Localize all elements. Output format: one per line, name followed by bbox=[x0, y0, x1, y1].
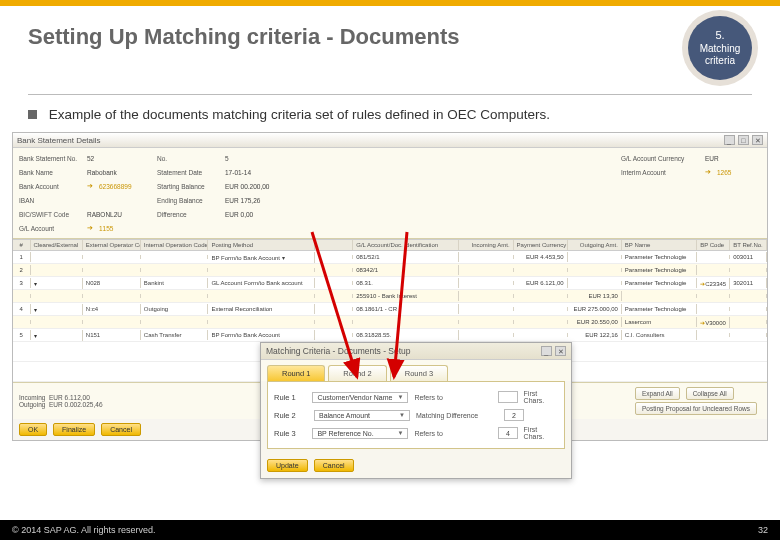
field-label: G/L Account Currency bbox=[621, 155, 701, 162]
rule-num-input[interactable]: 2 bbox=[504, 409, 524, 421]
field-label: IBAN bbox=[19, 197, 83, 204]
col-hdr[interactable]: Incoming Amt. bbox=[459, 240, 513, 250]
col-hdr[interactable]: Cleared/External bbox=[31, 240, 83, 250]
copyright: © 2014 SAP AG. All rights reserved. bbox=[12, 525, 156, 535]
grid-header: # Cleared/External External Operator Cod… bbox=[13, 240, 767, 251]
totals-label: Incoming bbox=[19, 394, 45, 401]
collapse-all-button[interactable]: Collapse All bbox=[686, 387, 734, 400]
field-label: BIC/SWIFT Code bbox=[19, 211, 83, 218]
field-value: EUR bbox=[705, 155, 749, 162]
field-value: 5 bbox=[225, 155, 269, 162]
tab-round2[interactable]: Round 2 bbox=[328, 365, 386, 381]
dialog-tabs: Round 1 Round 2 Round 3 bbox=[261, 360, 571, 381]
close-icon[interactable]: ✕ bbox=[752, 135, 763, 145]
finalize-button[interactable]: Finalize bbox=[53, 423, 95, 436]
table-row[interactable]: EUR 20.550,00Lasercom➔V30000 bbox=[13, 316, 767, 329]
rule-label: Rule 3 bbox=[274, 429, 306, 438]
page-number: 32 bbox=[758, 525, 768, 535]
col-hdr[interactable]: # bbox=[13, 240, 31, 250]
col-hdr[interactable]: BP Code bbox=[697, 240, 730, 250]
rule-field-select[interactable]: Balance Amount▼ bbox=[314, 410, 410, 421]
col-hdr[interactable]: Outgoing Amt. bbox=[568, 240, 622, 250]
rule-mid-label: Refers to bbox=[414, 394, 492, 401]
col-hdr[interactable]: Payment Currency bbox=[514, 240, 568, 250]
rule-num-input[interactable] bbox=[498, 391, 517, 403]
field-value[interactable]: 1265 bbox=[717, 169, 761, 176]
rule-row: Rule 3 BP Reference No.▼ Refers to 4 Fir… bbox=[274, 424, 558, 442]
posting-proposal-button[interactable]: Posting Proposal for Uncleared Rows bbox=[635, 402, 757, 415]
totals-value: EUR 6.112,00 bbox=[49, 394, 90, 401]
col-hdr[interactable]: G/L Account/Doc. Identification bbox=[353, 240, 459, 250]
field-value[interactable]: 1155 bbox=[99, 225, 143, 232]
table-row[interactable]: 5▾N151Cash TransferBP Form/to Bank Accou… bbox=[13, 329, 767, 342]
rule-row: Rule 2 Balance Amount▼ Matching Differen… bbox=[274, 406, 558, 424]
rule-num-input[interactable]: 4 bbox=[498, 427, 517, 439]
dialog-title: Matching Criteria - Documents - Setup bbox=[266, 346, 411, 356]
table-row[interactable]: 208342/1Parameter Technologie bbox=[13, 264, 767, 277]
link-arrow-icon[interactable]: ➔ bbox=[705, 168, 711, 176]
embedded-screenshot: Bank Statement Details _ □ ✕ Bank Statem… bbox=[12, 132, 768, 441]
header-col-right: G/L Account CurrencyEUR Interim Account➔… bbox=[621, 152, 761, 234]
col-hdr[interactable]: Posting Method bbox=[208, 240, 314, 250]
totals-label: Outgoing bbox=[19, 401, 45, 408]
rule-tail-label: First Chars. bbox=[524, 426, 558, 440]
ok-button[interactable]: OK bbox=[19, 423, 47, 436]
matching-criteria-dialog: Matching Criteria - Documents - Setup _ … bbox=[260, 342, 572, 479]
slide-header: Setting Up Matching criteria - Documents… bbox=[0, 6, 780, 94]
chevron-down-icon: ▼ bbox=[399, 412, 405, 418]
field-value: Rabobank bbox=[87, 169, 131, 176]
table-row[interactable]: 4▾N:c4OutgoingExternal Reconciliation08.… bbox=[13, 303, 767, 316]
close-icon[interactable]: ✕ bbox=[555, 346, 566, 356]
header-fields: Bank Statement No.52 Bank NameRabobank B… bbox=[13, 148, 767, 239]
field-label: Difference bbox=[157, 211, 221, 218]
table-row[interactable]: 1BP Form/to Bank Account ▾081/52/1EUR 4.… bbox=[13, 251, 767, 264]
maximize-icon[interactable]: □ bbox=[738, 135, 749, 145]
link-arrow-icon[interactable]: ➔ bbox=[87, 182, 93, 190]
bullet-square-icon bbox=[28, 110, 37, 119]
col-hdr[interactable]: External Operator Code bbox=[83, 240, 141, 250]
update-button[interactable]: Update bbox=[267, 459, 308, 472]
slide-title: Setting Up Matching criteria - Documents bbox=[28, 24, 688, 50]
field-label: Bank Name bbox=[19, 169, 83, 176]
right-buttons: Expand All Collapse All Posting Proposal… bbox=[635, 387, 761, 415]
field-value[interactable]: 623668899 bbox=[99, 183, 143, 190]
field-value: EUR 175,26 bbox=[225, 197, 269, 204]
slide-footer: © 2014 SAP AG. All rights reserved. 32 bbox=[0, 520, 780, 540]
field-label: Starting Balance bbox=[157, 183, 221, 190]
chevron-down-icon: ▼ bbox=[397, 394, 403, 400]
tab-round1[interactable]: Round 1 bbox=[267, 365, 325, 381]
window-title: Bank Statement Details bbox=[17, 136, 101, 145]
dialog-titlebar: Matching Criteria - Documents - Setup _ … bbox=[261, 343, 571, 360]
divider bbox=[28, 94, 752, 95]
header-col-left: Bank Statement No.52 Bank NameRabobank B… bbox=[19, 152, 143, 234]
field-label: Interim Account bbox=[621, 169, 701, 176]
window-buttons: _ □ ✕ bbox=[723, 135, 763, 145]
bullet-text: Example of the documents matching criter… bbox=[49, 107, 550, 122]
field-value: 52 bbox=[87, 155, 131, 162]
dialog-cancel-button[interactable]: Cancel bbox=[314, 459, 354, 472]
link-arrow-icon[interactable]: ➔ bbox=[87, 224, 93, 232]
field-label: Statement Date bbox=[157, 169, 221, 176]
col-hdr[interactable]: Internal Operation Code bbox=[141, 240, 209, 250]
field-label: Ending Balance bbox=[157, 197, 221, 204]
field-label: G/L Account bbox=[19, 225, 83, 232]
cancel-button[interactable]: Cancel bbox=[101, 423, 141, 436]
totals-block: Incoming EUR 6.112,00 Outgoing EUR 0.002… bbox=[19, 394, 103, 408]
table-row[interactable]: 3▾N028BankintGL Account Form/to Bank acc… bbox=[13, 277, 767, 290]
rule-label: Rule 2 bbox=[274, 411, 308, 420]
col-hdr[interactable]: BT Ref.No. bbox=[730, 240, 767, 250]
totals-value: EUR 0.002.025,46 bbox=[49, 401, 102, 408]
tab-round3[interactable]: Round 3 bbox=[390, 365, 448, 381]
rule-field-select[interactable]: Customer/Vendor Name▼ bbox=[312, 392, 408, 403]
rule-field-select[interactable]: BP Reference No.▼ bbox=[312, 428, 408, 439]
expand-all-button[interactable]: Expand All bbox=[635, 387, 680, 400]
header-col-mid: No.5 Statement Date17-01-14 Starting Bal… bbox=[157, 152, 269, 234]
rule-tail-label: First Chars. bbox=[524, 390, 558, 404]
col-hdr[interactable]: BP Name bbox=[622, 240, 697, 250]
minimize-icon[interactable]: _ bbox=[724, 135, 735, 145]
minimize-icon[interactable]: _ bbox=[541, 346, 552, 356]
rules-panel: Rule 1 Customer/Vendor Name▼ Refers to F… bbox=[267, 381, 565, 449]
dialog-buttons: Update Cancel bbox=[261, 455, 571, 478]
step-badge-text: Matching criteria bbox=[688, 43, 752, 67]
table-row[interactable]: 255910 - Bank InterestEUR 13,30 bbox=[13, 290, 767, 303]
